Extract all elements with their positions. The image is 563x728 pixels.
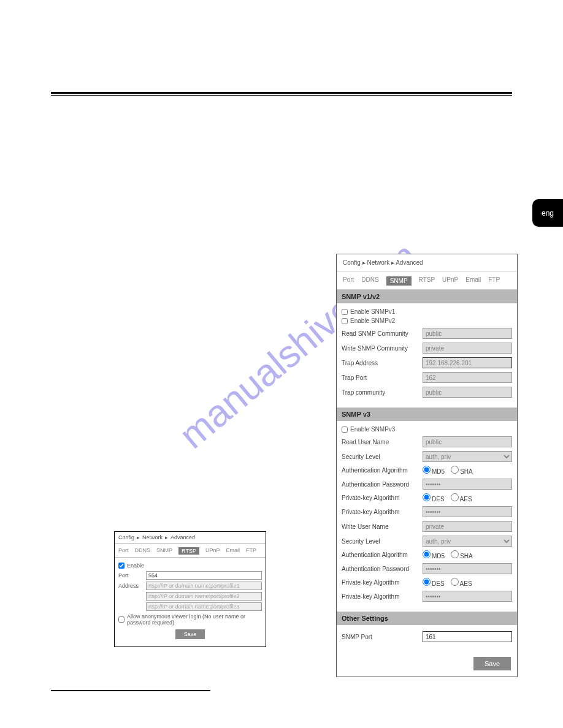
privkey-password-label: Private-key Algorithm xyxy=(342,509,423,515)
des-radio2[interactable] xyxy=(423,578,431,586)
trap-community-input[interactable] xyxy=(423,387,512,398)
anon-checkbox[interactable] xyxy=(118,616,124,623)
auth-password-label: Authentication Password xyxy=(342,481,423,488)
trap-address-label: Trap Address xyxy=(342,360,423,366)
save-button[interactable]: Save xyxy=(473,657,511,670)
trap-port-label: Trap Port xyxy=(342,374,423,381)
save-button[interactable]: Save xyxy=(175,629,205,639)
breadcrumb-config[interactable]: Config xyxy=(343,259,361,266)
privkey-password-label2: Private-key Algorithm xyxy=(342,593,423,600)
enable-label: Enable xyxy=(127,563,144,569)
address1-input xyxy=(146,582,262,590)
auth-alg-label: Authentication Algorithm xyxy=(342,467,423,474)
port-input[interactable] xyxy=(146,571,262,580)
tab-port[interactable]: Port xyxy=(118,547,129,555)
rtsp-panel: Config▸Network▸Advanced Port DDNS SNMP R… xyxy=(114,531,266,647)
tab-ftp[interactable]: FTP xyxy=(246,547,256,555)
section-other-title: Other Settings xyxy=(337,612,517,625)
tab-ftp[interactable]: FTP xyxy=(488,276,500,286)
sha-radio[interactable] xyxy=(451,466,459,474)
read-user-label: Read User Name xyxy=(342,439,423,446)
address2-input xyxy=(146,592,262,601)
aes-radio[interactable] xyxy=(451,493,459,501)
privkey-alg-label2: Private-key Algorithm xyxy=(342,579,423,586)
privkey-password-input[interactable] xyxy=(423,506,512,517)
section-v3-title: SNMP v3 xyxy=(337,408,517,421)
security-level-select[interactable]: auth, priv xyxy=(423,451,512,462)
write-user-input[interactable] xyxy=(423,521,512,532)
rule-top-thin xyxy=(51,95,512,96)
breadcrumb: Config ▸ Network ▸ Advanced xyxy=(337,254,517,271)
enable-snmpv3-checkbox[interactable] xyxy=(342,427,348,433)
breadcrumb-advanced[interactable]: Advanced xyxy=(396,259,423,266)
tab-email[interactable]: Email xyxy=(226,547,240,555)
enable-snmpv3-label: Enable SNMPv3 xyxy=(350,426,395,433)
security-level-label2: Security Level xyxy=(342,538,423,545)
md5-radio2[interactable] xyxy=(423,550,431,558)
auth-password-input[interactable] xyxy=(423,479,512,490)
privkey-password-input2[interactable] xyxy=(423,591,512,602)
trap-address-input[interactable] xyxy=(423,357,512,368)
write-community-input[interactable] xyxy=(423,343,512,354)
anon-label: Allow anonymous viewer login (No user na… xyxy=(127,613,262,626)
snmp-port-label: SNMP Port xyxy=(342,634,423,640)
tab-upnp[interactable]: UPnP xyxy=(205,547,220,555)
write-user-label: Write User Name xyxy=(342,523,423,530)
trap-port-input[interactable] xyxy=(423,372,512,383)
breadcrumb-network[interactable]: Network xyxy=(367,259,389,266)
security-level-label: Security Level xyxy=(342,453,423,460)
read-community-label: Read SNMP Community xyxy=(342,330,423,337)
tab-upnp[interactable]: UPnP xyxy=(442,276,458,286)
sha-radio2[interactable] xyxy=(451,550,459,558)
breadcrumb-advanced[interactable]: Advanced xyxy=(170,534,195,540)
auth-password-label2: Authentication Password xyxy=(342,566,423,572)
rule-top-thick xyxy=(51,92,512,94)
tab-rtsp[interactable]: RTSP xyxy=(419,276,435,286)
snmp-port-input[interactable] xyxy=(423,631,512,642)
security-level-select2[interactable]: auth, priv xyxy=(423,536,512,547)
trap-community-label: Trap community xyxy=(342,389,423,396)
write-community-label: Write SNMP Community xyxy=(342,345,423,352)
privkey-alg-label: Private-key Algorithm xyxy=(342,495,423,501)
enable-checkbox[interactable] xyxy=(118,563,124,569)
tab-snmp[interactable]: SNMP xyxy=(156,547,172,555)
tab-ddns[interactable]: DDNS xyxy=(135,547,151,555)
enable-snmpv1-checkbox[interactable] xyxy=(342,309,348,315)
section-v1v2-title: SNMP v1/v2 xyxy=(337,290,517,303)
tabs: Port DDNS SNMP RTSP UPnP Email FTP xyxy=(337,271,517,290)
tab-rtsp[interactable]: RTSP xyxy=(178,547,199,555)
enable-snmpv2-checkbox[interactable] xyxy=(342,318,348,324)
tab-email[interactable]: Email xyxy=(465,276,481,286)
snmp-panel: Config ▸ Network ▸ Advanced Port DDNS SN… xyxy=(336,254,518,677)
enable-snmpv1-label: Enable SNMPv1 xyxy=(350,308,395,315)
language-tab: eng xyxy=(532,199,563,227)
enable-snmpv2-label: Enable SNMPv2 xyxy=(350,317,395,324)
address3-input xyxy=(146,602,262,611)
breadcrumb: Config▸Network▸Advanced xyxy=(115,532,266,544)
des-radio[interactable] xyxy=(423,493,431,501)
auth-password-input2[interactable] xyxy=(423,563,512,574)
aes-radio2[interactable] xyxy=(451,578,459,586)
md5-radio[interactable] xyxy=(423,466,431,474)
read-user-input[interactable] xyxy=(423,436,512,447)
tab-snmp[interactable]: SNMP xyxy=(386,276,412,286)
read-community-input[interactable] xyxy=(423,328,512,339)
auth-alg-label2: Authentication Algorithm xyxy=(342,552,423,558)
address-label: Address xyxy=(118,583,146,589)
tabs: Port DDNS SNMP RTSP UPnP Email FTP xyxy=(115,544,266,558)
rule-bottom xyxy=(51,690,210,691)
breadcrumb-network[interactable]: Network xyxy=(142,534,163,540)
tab-port[interactable]: Port xyxy=(343,276,354,286)
port-label: Port xyxy=(118,572,146,578)
tab-ddns[interactable]: DDNS xyxy=(361,276,378,286)
breadcrumb-config[interactable]: Config xyxy=(118,534,134,540)
